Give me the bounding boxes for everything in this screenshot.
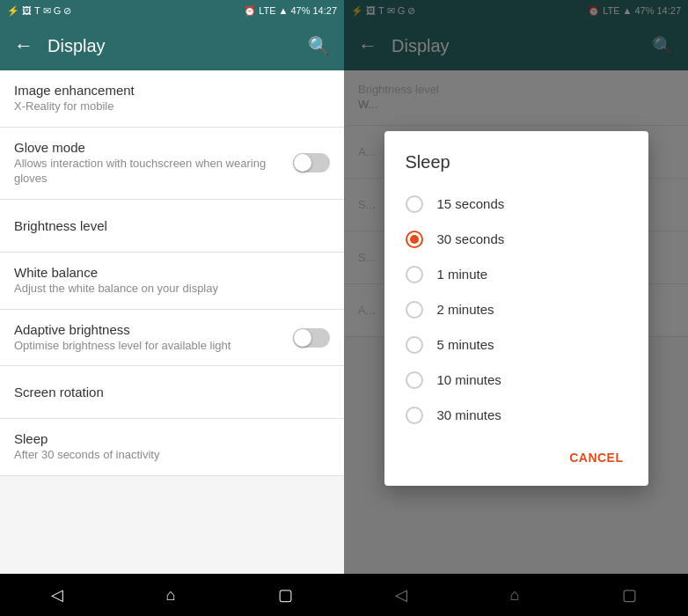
glove-mode-title: Glove mode — [14, 140, 293, 155]
sleep-subtitle: After 30 seconds of inactivity — [14, 448, 330, 463]
white-balance-title: White balance — [14, 265, 330, 280]
option-1min-label: 1 minute — [437, 267, 488, 282]
radio-5min — [406, 336, 423, 354]
option-30min-label: 30 minutes — [437, 407, 501, 422]
adaptive-brightness-subtitle: Optimise brightness level for available … — [14, 339, 293, 354]
cancel-button[interactable]: CANCEL — [559, 444, 633, 472]
t-icon: T — [34, 5, 40, 16]
option-1min[interactable]: 1 minute — [384, 257, 648, 292]
adaptive-brightness-title: Adaptive brightness — [14, 322, 293, 337]
sleep-title: Sleep — [14, 431, 330, 446]
left-toolbar: ← Display 🔍 — [0, 21, 344, 70]
settings-item-screen-rotation[interactable]: Screen rotation — [0, 366, 344, 419]
radio-30min — [406, 407, 423, 424]
maps-icon: G — [54, 5, 62, 16]
left-status-right: ⏰ LTE ▲ 47% 14:27 — [244, 5, 337, 17]
left-time: 14:27 — [312, 5, 337, 16]
image-icon: 🖼 — [22, 5, 32, 16]
left-status-icons: ⚡ 🖼 T ✉ G ⊘ — [7, 5, 71, 17]
settings-item-brightness[interactable]: Brightness level — [0, 200, 344, 253]
option-30min[interactable]: 30 minutes — [384, 398, 648, 433]
glove-mode-toggle[interactable] — [293, 153, 330, 172]
dialog-actions: CANCEL — [384, 436, 648, 479]
option-2min[interactable]: 2 minutes — [384, 292, 648, 327]
left-nav-back[interactable]: ◁ — [51, 585, 63, 605]
option-5min-label: 5 minutes — [437, 337, 494, 352]
left-nav-home[interactable]: ⌂ — [166, 586, 176, 605]
left-toolbar-title: Display — [48, 36, 294, 56]
settings-item-sleep[interactable]: Sleep After 30 seconds of inactivity — [0, 419, 344, 476]
left-search-button[interactable]: 🔍 — [308, 35, 330, 56]
radio-30sec — [406, 231, 423, 248]
white-balance-subtitle: Adjust the white balance on your display — [14, 282, 330, 297]
lock-icon: ⊘ — [63, 5, 71, 17]
wifi-icon: ⚡ — [7, 5, 19, 17]
option-10min[interactable]: 10 minutes — [384, 363, 648, 398]
mail-icon: ✉ — [43, 5, 51, 17]
settings-item-adaptive-brightness[interactable]: Adaptive brightness Optimise brightness … — [0, 310, 344, 367]
dialog-title: Sleep — [384, 152, 648, 187]
radio-2min — [406, 301, 423, 319]
left-status-bar: ⚡ 🖼 T ✉ G ⊘ ⏰ LTE ▲ 47% 14:27 — [0, 0, 344, 21]
option-10min-label: 10 minutes — [437, 372, 501, 387]
battery-icon: 47% — [290, 5, 310, 16]
left-settings-list: Image enhancement X-Reality for mobile G… — [0, 70, 344, 574]
settings-item-glove-mode[interactable]: Glove mode Allows interaction with touch… — [0, 128, 344, 200]
option-30sec-label: 30 seconds — [437, 231, 505, 246]
brightness-title: Brightness level — [14, 218, 330, 233]
option-15sec-label: 15 seconds — [437, 196, 505, 211]
adaptive-brightness-toggle-knob — [294, 329, 311, 347]
left-nav-bar: ◁ ⌂ ▢ — [0, 574, 344, 616]
option-15sec[interactable]: 15 seconds — [384, 187, 648, 222]
glove-mode-toggle-knob — [294, 154, 311, 172]
settings-item-white-balance[interactable]: White balance Adjust the white balance o… — [0, 253, 344, 310]
radio-30sec-inner — [410, 235, 419, 244]
right-panel: ⚡ 🖼 T ✉ G ⊘ ⏰ LTE ▲ 47% 14:27 ← Display … — [344, 0, 688, 616]
left-back-button[interactable]: ← — [14, 34, 33, 57]
alarm-icon: ⏰ — [244, 5, 256, 17]
lte-icon: LTE — [259, 5, 275, 16]
image-enhancement-subtitle: X-Reality for mobile — [14, 99, 330, 114]
radio-15sec — [406, 195, 423, 213]
adaptive-brightness-toggle[interactable] — [293, 328, 330, 348]
settings-item-image-enhancement[interactable]: Image enhancement X-Reality for mobile — [0, 70, 344, 128]
left-panel: ⚡ 🖼 T ✉ G ⊘ ⏰ LTE ▲ 47% 14:27 ← Display … — [0, 0, 344, 616]
left-nav-recent[interactable]: ▢ — [278, 585, 293, 605]
radio-1min — [406, 266, 423, 283]
option-2min-label: 2 minutes — [437, 302, 494, 317]
image-enhancement-title: Image enhancement — [14, 83, 330, 98]
option-30sec[interactable]: 30 seconds — [384, 222, 648, 257]
sleep-dialog: Sleep 15 seconds 30 seconds 1 minute 2 m… — [384, 131, 648, 486]
dialog-overlay: Sleep 15 seconds 30 seconds 1 minute 2 m… — [344, 0, 688, 616]
signal-icon: ▲ — [279, 5, 289, 16]
radio-10min — [406, 371, 423, 389]
screen-rotation-title: Screen rotation — [14, 385, 330, 400]
option-5min[interactable]: 5 minutes — [384, 327, 648, 363]
glove-mode-subtitle: Allows interaction with touchscreen when… — [14, 157, 293, 187]
